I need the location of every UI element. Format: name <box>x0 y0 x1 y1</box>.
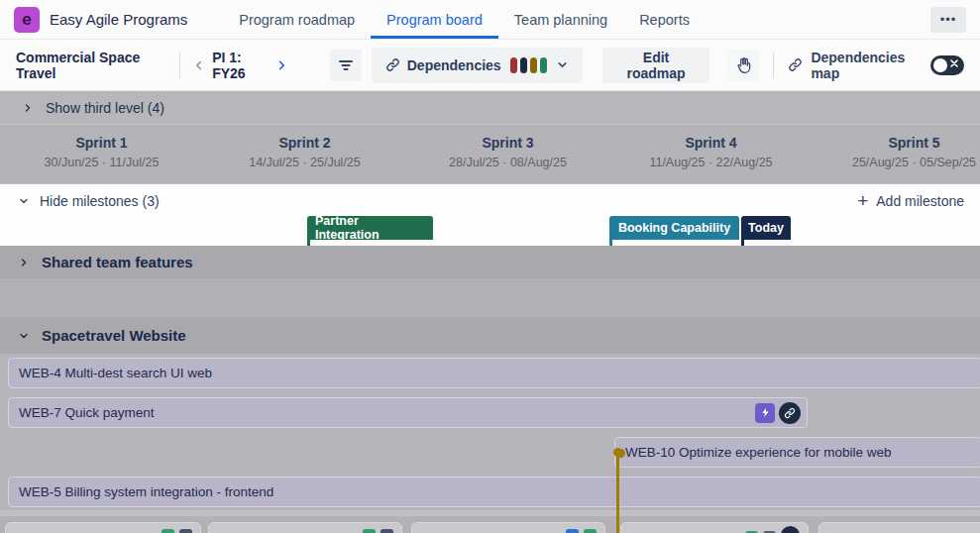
dependency-link-chip[interactable] <box>779 402 801 424</box>
cards-row <box>0 516 980 533</box>
edit-roadmap-label: Edit roadmap <box>616 50 697 81</box>
status-chip-icon <box>363 529 376 533</box>
sprint-header: Sprint 1 30/Jun/25 · 11/Jul/25 Sprint 2 … <box>0 125 980 184</box>
issue-bar-actions <box>755 402 801 424</box>
sprint-name: Sprint 2 <box>203 135 406 151</box>
milestone-booking-capability[interactable]: Booking Capability <box>609 216 739 240</box>
easy-agile-logo-icon: e <box>14 7 40 33</box>
milestone-partner-integration[interactable]: Partner Integration <box>307 216 433 240</box>
milestone-today: Today <box>741 216 791 240</box>
divider <box>773 53 774 78</box>
dependency-pill-gold <box>530 57 537 73</box>
sprint-dates: 28/Jul/25 · 08/Aug/25 <box>406 156 609 169</box>
toggle-knob <box>933 58 947 72</box>
filter-button[interactable] <box>330 50 362 81</box>
milestone-line-stub <box>609 240 612 246</box>
issue-card[interactable] <box>818 522 980 533</box>
top-nav: e Easy Agile Programs Program roadmap Pr… <box>0 0 980 40</box>
issue-bar-web-5[interactable]: WEB-5 Billing system integration - front… <box>8 477 980 507</box>
toolbar: Commercial Space Travel PI 1: FY26 Depen… <box>0 40 980 91</box>
tab-team-planning[interactable]: Team planning <box>498 0 623 39</box>
dependency-line-dot <box>613 448 622 457</box>
automation-chip[interactable] <box>755 403 775 423</box>
show-third-level-toggle[interactable]: Show third level (4) <box>0 91 980 125</box>
dependency-status-pills <box>510 57 547 73</box>
link-icon <box>385 57 400 72</box>
issue-label: WEB-4 Multi-dest search UI web <box>19 366 212 380</box>
dependencies-button[interactable]: Dependencies <box>372 48 583 83</box>
board-title: Commercial Space Travel <box>16 50 167 81</box>
edit-roadmap-button[interactable]: Edit roadmap <box>602 48 710 83</box>
add-milestone-label: Add milestone <box>876 193 964 209</box>
dependencies-map-label: Dependencies map <box>811 50 923 81</box>
app-window: e Easy Agile Programs Program roadmap Pr… <box>0 0 980 533</box>
card-status-icons <box>162 529 192 533</box>
status-chip-icon <box>162 529 174 533</box>
brand: e Easy Agile Programs <box>14 0 187 39</box>
sprint-column-4[interactable]: Sprint 4 11/Aug/25 · 22/Aug/25 <box>609 125 813 169</box>
issue-bar-web-4[interactable]: WEB-4 Multi-dest search UI web <box>8 358 980 388</box>
more-menu-button[interactable]: ••• <box>930 7 966 33</box>
dependencies-map-control: Dependencies map <box>788 50 964 81</box>
pan-hand-button[interactable] <box>727 50 759 81</box>
issue-bar-web-10[interactable]: WEB-10 Optimize experience for mobile we… <box>614 437 980 468</box>
lightning-bolt-icon <box>760 407 771 418</box>
issue-card[interactable] <box>208 522 402 533</box>
link-icon <box>788 57 803 72</box>
tab-program-board[interactable]: Program board <box>371 0 498 39</box>
dependency-pill-green <box>540 57 547 73</box>
status-chip-icon <box>381 529 393 533</box>
filter-icon <box>338 57 354 73</box>
empty-row <box>0 278 980 317</box>
card-status-icons <box>745 529 800 533</box>
section-title: Shared team features <box>42 254 193 270</box>
dependencies-map-toggle[interactable] <box>930 55 964 75</box>
issue-row: WEB-10 Optimize experience for mobile we… <box>0 433 980 473</box>
sprint-dates: 25/Aug/25 · 05/Sep/25 <box>813 156 980 169</box>
hide-milestones-toggle[interactable]: Hide milestones (3) <box>18 193 160 209</box>
add-milestone-button[interactable]: + Add milestone <box>857 191 964 210</box>
issue-label: WEB-7 Quick payment <box>19 405 155 420</box>
divider <box>179 53 180 78</box>
card-status-icons <box>363 529 393 533</box>
tab-reports[interactable]: Reports <box>623 0 706 39</box>
sprint-column-2[interactable]: Sprint 2 14/Jul/25 · 25/Jul/25 <box>203 125 406 169</box>
chevron-right-icon[interactable] <box>274 58 288 72</box>
sprint-column-1[interactable]: Sprint 1 30/Jun/25 · 11/Jul/25 <box>0 125 203 169</box>
chevron-right-icon <box>22 102 34 114</box>
sprint-dates: 30/Jun/25 · 11/Jul/25 <box>0 156 203 169</box>
chevron-down-icon <box>18 195 30 207</box>
issue-label: WEB-10 Optimize experience for mobile we… <box>625 445 892 460</box>
dependency-line <box>616 453 619 533</box>
dependencies-label: Dependencies <box>407 57 501 73</box>
issue-row: WEB-5 Billing system integration - front… <box>0 473 980 510</box>
section-title: Spacetravel Website <box>42 327 186 344</box>
avatar <box>781 526 800 533</box>
sprint-name: Sprint 3 <box>406 135 609 151</box>
sprint-column-3[interactable]: Sprint 3 28/Jul/25 · 08/Aug/25 <box>406 125 609 169</box>
dependency-pill-navy <box>520 57 527 73</box>
sprint-dates: 11/Aug/25 · 22/Aug/25 <box>609 156 813 169</box>
chevron-right-icon <box>18 257 30 268</box>
chevron-down-icon <box>556 58 569 71</box>
chevron-down-icon <box>18 330 30 342</box>
toggle-off-icon <box>950 59 958 67</box>
sprint-name: Sprint 4 <box>609 135 813 151</box>
milestone-line-stub <box>307 240 310 246</box>
milestone-line-stub <box>741 240 744 246</box>
issue-row: WEB-7 Quick payment <box>0 393 980 433</box>
issue-card[interactable] <box>5 522 201 533</box>
section-spacetravel-website[interactable]: Spacetravel Website <box>0 317 980 354</box>
section-shared-team-features[interactable]: Shared team features <box>0 246 980 278</box>
chevron-left-icon[interactable] <box>192 58 206 72</box>
status-chip-icon <box>566 529 579 533</box>
tab-program-roadmap[interactable]: Program roadmap <box>223 0 371 39</box>
plus-icon: + <box>857 191 868 210</box>
sprint-name: Sprint 1 <box>0 135 203 151</box>
issue-bar-web-7[interactable]: WEB-7 Quick payment <box>8 397 808 428</box>
status-chip-icon <box>584 529 597 533</box>
sprint-column-5[interactable]: Sprint 5 25/Aug/25 · 05/Sep/25 <box>813 125 980 169</box>
milestone-row: Hide milestones (3) + Add milestone Part… <box>0 184 980 246</box>
issue-card[interactable] <box>620 522 809 533</box>
issue-card[interactable] <box>411 522 605 533</box>
